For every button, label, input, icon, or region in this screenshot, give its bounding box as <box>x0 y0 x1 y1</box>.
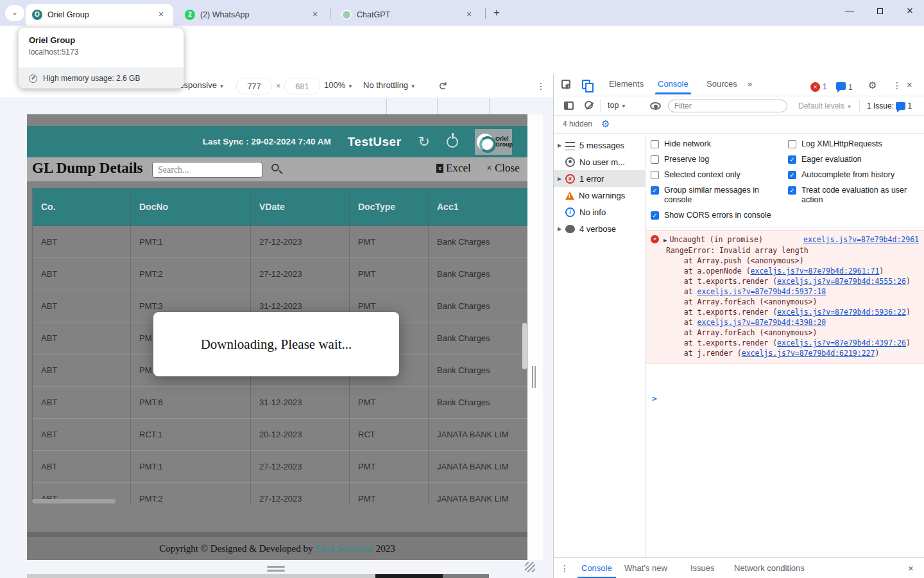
viewport-bottom-resize-handle[interactable] <box>267 570 285 572</box>
checkbox[interactable] <box>651 140 659 148</box>
setting-group-similar[interactable]: Group similar messages in console <box>651 186 782 205</box>
console-error-message[interactable]: × ▶ Uncaught (in promise) exceljs.js?v=8… <box>646 230 924 364</box>
drawer-menu-icon[interactable]: ⋮ <box>560 563 569 574</box>
minimize-button[interactable]: — <box>835 0 864 23</box>
checkbox[interactable] <box>788 171 796 179</box>
checkbox[interactable] <box>788 155 796 164</box>
drawer-tab-network-conditions[interactable]: Network conditions <box>734 563 805 573</box>
setting-eager-eval[interactable]: Eager evaluation <box>788 155 919 164</box>
viewport-bottom-resize-handle[interactable] <box>267 566 285 568</box>
stack-link[interactable]: exceljs.js?v=87e79b4d:4555:26 <box>777 277 906 286</box>
stack-link[interactable]: exceljs.js?v=87e79b4d:4398:20 <box>697 318 826 327</box>
devtools-settings-icon[interactable]: ⚙ <box>868 80 877 91</box>
corner-resize-handle[interactable] <box>525 562 535 572</box>
sidebar-errors[interactable]: ▶×1 error <box>554 170 645 187</box>
tab-chatgpt[interactable]: ChatGPT × <box>335 4 481 26</box>
col-header-acc1[interactable]: Acc1 <box>429 188 527 226</box>
zoom-select[interactable]: 100% ▼ <box>324 80 353 90</box>
window-close-button[interactable]: × <box>896 0 924 23</box>
tab-oriel-group[interactable]: O Oriel Group × <box>26 4 173 26</box>
tab-close-icon[interactable]: × <box>309 9 321 21</box>
drawer-tab-console[interactable]: Console <box>581 563 612 573</box>
message-count-badge[interactable]: 1 <box>836 81 853 92</box>
expand-arrow-icon[interactable]: ▶ <box>558 143 565 148</box>
drawer-tab-whats-new[interactable]: What's new <box>624 563 667 573</box>
table-row[interactable]: ABTPMT:127-12-2023PMTJANATA BANK LIM <box>33 451 527 483</box>
sidebar-all-messages[interactable]: ▶5 messages <box>554 137 645 153</box>
col-header-docno[interactable]: DocNo <box>131 188 251 226</box>
col-header-doctype[interactable]: DocType <box>350 188 429 226</box>
tab-close-icon[interactable]: × <box>155 9 167 21</box>
live-expression-icon[interactable] <box>650 102 661 110</box>
error-source-link[interactable]: exceljs.js?v=87e79b4d:2961 <box>803 234 919 245</box>
table-row[interactable]: ABTRCT:120-12-2023RCTJANATA BANK LIM <box>33 419 527 451</box>
search-icon[interactable] <box>271 164 279 171</box>
devtools-close-icon[interactable]: × <box>907 79 912 90</box>
drawer-close-icon[interactable]: × <box>908 563 914 574</box>
device-width-input[interactable] <box>236 78 272 94</box>
stack-link[interactable]: exceljs.js?v=87e79b4d:5937:18 <box>697 287 826 296</box>
issues-counter[interactable]: 1 Issue: 1 <box>867 101 912 110</box>
refresh-icon[interactable]: ↻ <box>418 135 430 149</box>
context-select[interactable]: top ▼ <box>608 101 626 110</box>
sidebar-info[interactable]: iNo info <box>554 204 645 220</box>
checkbox[interactable] <box>788 140 796 148</box>
expand-arrow-icon[interactable]: ▶ <box>558 226 565 232</box>
device-toolbar-menu-icon[interactable]: ⋮ <box>536 81 545 91</box>
rotate-device-icon[interactable]: ↻ <box>436 81 449 90</box>
horizontal-scrollbar-thumb[interactable] <box>32 499 116 504</box>
sidebar-user-messages[interactable]: No user m... <box>554 153 645 170</box>
sidebar-verbose[interactable]: ▶4 verbose <box>554 220 645 237</box>
setting-treat-eval-user-action[interactable]: Treat code evaluation as user action <box>788 186 919 205</box>
setting-hide-network[interactable]: Hide network <box>651 139 782 149</box>
table-row[interactable]: ABTPMT:227-12-2023PMTBank Charges <box>33 258 527 290</box>
bottom-scroll-thumb[interactable] <box>375 574 443 578</box>
expand-arrow-icon[interactable]: ▶ <box>558 176 565 182</box>
console-prompt-chevron[interactable]: > <box>652 394 657 403</box>
viewport-resize-handle[interactable] <box>532 366 533 388</box>
search-input[interactable] <box>152 162 262 178</box>
new-tab-button[interactable]: + <box>489 6 504 21</box>
log-levels-select[interactable]: Default levels ▼ <box>798 101 851 110</box>
stack-link[interactable]: exceljs.js?v=87e79b4d:4397:26 <box>777 338 906 347</box>
device-height-input[interactable] <box>284 78 320 94</box>
viewport-resize-handle[interactable] <box>535 366 536 388</box>
setting-cors-errors[interactable]: Show CORS errors in console <box>651 211 782 220</box>
console-sidebar-toggle-icon[interactable] <box>564 101 574 110</box>
excel-export-button[interactable]: x Excel <box>436 162 471 175</box>
col-header-co[interactable]: Co. <box>33 188 131 226</box>
col-header-vdate[interactable]: VDate <box>251 188 350 226</box>
devtools-menu-icon[interactable]: ⋮ <box>893 80 902 91</box>
drawer-tab-issues[interactable]: Issues <box>690 563 715 573</box>
tab-sources[interactable]: Sources <box>706 79 737 89</box>
tab-search-button[interactable]: ⌄ <box>5 5 24 21</box>
more-tabs-button[interactable]: » <box>748 79 752 89</box>
stack-link[interactable]: exceljs.js?v=87e79b4d:5936:22 <box>777 308 906 317</box>
sang-solutions-link[interactable]: Sang Solutions <box>315 543 373 554</box>
vertical-scrollbar-thumb[interactable] <box>522 323 527 369</box>
device-toolbar-toggle-icon[interactable] <box>582 80 590 89</box>
maximize-button[interactable] <box>866 0 894 23</box>
tab-close-icon[interactable]: × <box>463 9 475 21</box>
tab-whatsapp[interactable]: 2 (2) WhatsApp × <box>178 4 327 26</box>
setting-log-xhr[interactable]: Log XMLHttpRequests <box>788 139 919 149</box>
setting-selected-context[interactable]: Selected context only <box>651 170 782 180</box>
clear-console-icon[interactable] <box>585 101 593 109</box>
setting-autocomplete-history[interactable]: Autocomplete from history <box>788 170 919 180</box>
sidebar-warnings[interactable]: No warnings <box>554 187 645 204</box>
error-count-badge[interactable]: ×1 <box>810 80 827 92</box>
close-report-button[interactable]: × Close <box>486 162 520 175</box>
inspect-element-icon[interactable] <box>561 80 570 89</box>
stack-link[interactable]: exceljs.js?v=87e79b4d:2961:71 <box>751 267 880 276</box>
throttling-select[interactable]: No throttling ▼ <box>363 80 416 90</box>
tab-console[interactable]: Console <box>658 79 689 89</box>
console-filter-input[interactable] <box>668 100 787 112</box>
checkbox[interactable] <box>651 171 659 179</box>
expand-arrow-icon[interactable]: ▶ <box>663 235 667 245</box>
checkbox[interactable] <box>651 211 659 220</box>
checkbox[interactable] <box>788 186 796 195</box>
stack-link[interactable]: exceljs.js?v=87e79b4d:6219:227 <box>742 349 875 358</box>
tab-elements[interactable]: Elements <box>609 79 644 89</box>
setting-preserve-log[interactable]: Preserve log <box>651 155 782 164</box>
power-icon[interactable] <box>447 136 458 148</box>
